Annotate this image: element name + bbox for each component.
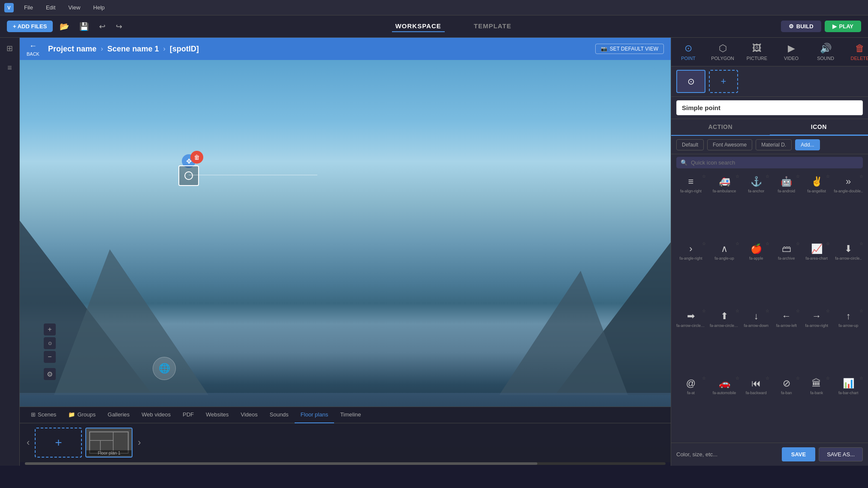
icon-cell-fa-ban[interactable]: ☆ ⊘ fa-ban xyxy=(772,374,801,441)
floor-plan-thumbnail-1[interactable]: Floor plan 1 xyxy=(85,428,133,458)
icon-search-input[interactable] xyxy=(691,159,859,166)
tab-sounds[interactable]: Sounds xyxy=(264,407,295,423)
icon-cell-fa-bar-chart[interactable]: ☆ 📊 fa-bar-chart xyxy=(832,374,865,441)
icon-cell-fa-android[interactable]: ☆ 🤖 fa-android xyxy=(772,173,801,239)
icon-cell-fa-angle-right[interactable]: ☆ › fa-angle-right xyxy=(675,240,707,306)
icon-cell-fa-anchor[interactable]: ☆ ⚓ fa-anchor xyxy=(741,173,771,239)
tab-timeline[interactable]: Timeline xyxy=(334,407,367,423)
globe-canvas-icon[interactable]: 🌐 xyxy=(153,357,176,380)
add-thumbnail-button[interactable]: + xyxy=(35,428,82,458)
save-as-button[interactable]: SAVE AS... xyxy=(819,447,863,461)
star-icon[interactable]: ☆ xyxy=(859,174,863,179)
star-icon[interactable]: ☆ xyxy=(766,241,769,246)
tab-web-videos[interactable]: Web videos xyxy=(136,407,177,423)
menu-help[interactable]: Help xyxy=(90,3,107,12)
add-files-button[interactable]: + ADD FILES xyxy=(7,21,53,32)
icon-cell-fa-apple[interactable]: ☆ 🍎 fa-apple xyxy=(741,240,771,306)
sidebar-layers-icon[interactable]: ≡ xyxy=(5,61,15,75)
star-icon[interactable]: ☆ xyxy=(826,241,830,246)
icon-cell-fa-arrow-circle-up[interactable]: ☆ ⬆ fa-arrow-circle-up xyxy=(708,307,741,374)
breadcrumb-project[interactable]: Project name xyxy=(48,45,96,54)
star-icon[interactable]: ☆ xyxy=(702,376,706,380)
simple-point-input[interactable] xyxy=(676,100,863,115)
star-icon[interactable]: ☆ xyxy=(796,174,800,179)
rp-sound-button[interactable]: 🔊 SOUND xyxy=(808,41,843,63)
star-icon[interactable]: ☆ xyxy=(735,241,739,246)
star-icon[interactable]: ☆ xyxy=(702,241,706,246)
tab-galleries[interactable]: Galleries xyxy=(102,407,136,423)
undo-button[interactable]: ↩ xyxy=(96,20,109,33)
tab-icon[interactable]: ICON xyxy=(770,119,868,136)
star-icon[interactable]: ☆ xyxy=(766,308,769,313)
canvas-area[interactable]: 🌐 🗑 ✥ + ⊙ − ⚙ xyxy=(20,60,671,466)
zoom-out-button[interactable]: − xyxy=(44,351,56,363)
filter-button[interactable]: ⚙ xyxy=(44,368,56,380)
star-icon[interactable]: ☆ xyxy=(826,174,830,179)
icon-cell-fa-arrow-left[interactable]: ☆ ← fa-arrow-left xyxy=(772,307,801,374)
zoom-reset-button[interactable]: ⊙ xyxy=(44,337,56,349)
star-icon[interactable]: ☆ xyxy=(826,308,830,313)
star-icon[interactable]: ☆ xyxy=(859,241,863,246)
thumb-next-button[interactable]: › xyxy=(136,435,142,450)
icon-cell-fa-angle-double[interactable]: ☆ » fa-angle-double.. xyxy=(832,173,865,239)
star-icon[interactable]: ☆ xyxy=(796,376,800,380)
star-icon[interactable]: ☆ xyxy=(859,308,863,313)
star-icon[interactable]: ☆ xyxy=(766,376,769,380)
point-target[interactable] xyxy=(178,165,199,186)
rp-thumb-add-button[interactable]: + xyxy=(709,70,738,93)
filter-default[interactable]: Default xyxy=(676,139,704,150)
icon-cell-fa-arrow-right[interactable]: ☆ → fa-arrow-right xyxy=(802,307,831,374)
icon-cell-fa-angle-up[interactable]: ☆ ∧ fa-angle-up xyxy=(708,240,741,306)
icon-cell-fa-area-chart[interactable]: ☆ 📈 fa-area-chart xyxy=(802,240,831,306)
rp-thumb-current[interactable]: ⊙ xyxy=(676,70,705,93)
menu-view[interactable]: View xyxy=(66,3,83,12)
icon-cell-fa-arrow-circle[interactable]: ☆ ⬇ fa-arrow-circle.. xyxy=(832,240,865,306)
play-button[interactable]: ▶ PLAY xyxy=(825,21,861,32)
icon-cell-fa-arrow-down[interactable]: ☆ ↓ fa-arrow-down xyxy=(741,307,771,374)
filter-material-d[interactable]: Material D. xyxy=(756,139,792,150)
star-icon[interactable]: ☆ xyxy=(826,376,830,380)
menu-file[interactable]: File xyxy=(21,3,36,12)
tab-scenes[interactable]: ⊞ Scenes xyxy=(25,407,62,423)
filter-font-awesome[interactable]: Font Awesome xyxy=(707,139,752,150)
star-icon[interactable]: ☆ xyxy=(766,174,769,179)
icon-cell-fa-align-right[interactable]: ☆ ≡ fa-align-right xyxy=(675,173,707,239)
tab-pdf[interactable]: PDF xyxy=(177,407,200,423)
zoom-in-button[interactable]: + xyxy=(44,323,56,335)
star-icon[interactable]: ☆ xyxy=(796,241,800,246)
star-icon[interactable]: ☆ xyxy=(735,376,739,380)
rp-video-button[interactable]: ▶ VIDEO xyxy=(774,41,808,63)
rp-point-button[interactable]: ⊙ POINT xyxy=(671,41,705,63)
icon-cell-fa-arrow-circle-o[interactable]: ☆ ➡ fa-arrow-circle-o.. xyxy=(675,307,707,374)
filter-add[interactable]: Add... xyxy=(795,139,820,150)
icon-cell-fa-bank[interactable]: ☆ 🏛 fa-bank xyxy=(802,374,831,441)
icon-cell-fa-angellist[interactable]: ☆ ✌ fa-angellist xyxy=(802,173,831,239)
star-icon[interactable]: ☆ xyxy=(735,308,739,313)
star-icon[interactable]: ☆ xyxy=(702,308,706,313)
tab-action[interactable]: ACTION xyxy=(671,119,770,135)
thumb-prev-button[interactable]: ‹ xyxy=(25,435,31,450)
point-delete-handle[interactable]: 🗑 xyxy=(190,151,203,164)
menu-edit[interactable]: Edit xyxy=(43,3,58,12)
icon-cell-fa-automobile[interactable]: ☆ 🚗 fa-automobile xyxy=(708,374,741,441)
redo-button[interactable]: ↪ xyxy=(112,20,126,33)
star-icon[interactable]: ☆ xyxy=(796,308,800,313)
set-default-view-button[interactable]: 📷 SET DEFAULT VIEW xyxy=(595,44,664,54)
icon-cell-fa-archive[interactable]: ☆ 🗃 fa-archive xyxy=(772,240,801,306)
tab-groups[interactable]: 📁 Groups xyxy=(62,407,102,423)
icon-cell-fa-backward[interactable]: ☆ ⏮ fa-backward xyxy=(741,374,771,441)
rp-delete-button[interactable]: 🗑 DELETE xyxy=(843,41,868,63)
bottom-scrollbar[interactable] xyxy=(20,462,671,466)
template-tab[interactable]: TEMPLATE xyxy=(470,21,515,32)
tab-floor-plans[interactable]: Floor plans xyxy=(295,407,334,423)
tab-videos[interactable]: Videos xyxy=(235,407,264,423)
sidebar-scenes-icon[interactable]: ⊞ xyxy=(4,41,15,56)
workspace-tab[interactable]: WORKSPACE xyxy=(392,21,445,32)
icon-cell-fa-ambulance[interactable]: ☆ 🚑 fa-ambulance xyxy=(708,173,741,239)
rp-picture-button[interactable]: 🖼 PICTURE xyxy=(740,41,774,63)
icon-cell-fa-arrow-up[interactable]: ☆ ↑ fa-arrow-up xyxy=(832,307,865,374)
icon-cell-fa-at[interactable]: ☆ @ fa-at xyxy=(675,374,707,441)
rp-polygon-button[interactable]: ⬡ POLYGON xyxy=(705,41,740,63)
build-button[interactable]: ⚙ BUILD xyxy=(781,21,821,32)
open-button[interactable]: 📂 xyxy=(56,20,72,33)
